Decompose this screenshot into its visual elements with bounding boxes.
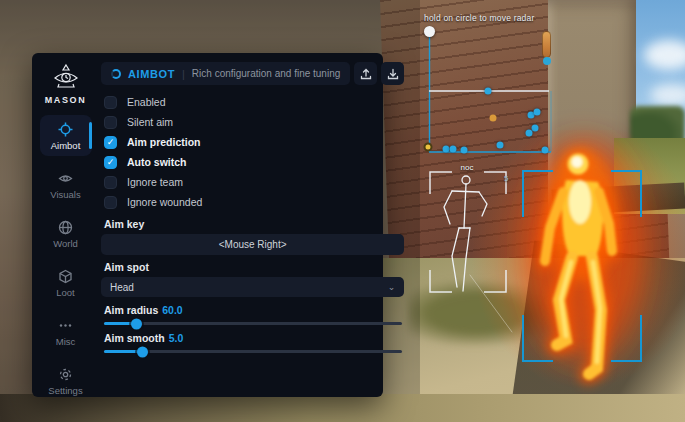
checkbox-ignore-team[interactable]: ✓ Ignore team [104,172,404,192]
aim-spot-label: Aim spot [104,261,404,273]
offscreen-marker-dot [543,57,551,65]
aim-key-bind-button[interactable]: <Mouse Right> [101,234,404,255]
sidebar-item-label: Misc [56,336,76,347]
radar-hint-text: hold on circle to move radar [424,13,535,23]
checkbox-box[interactable]: ✓ [104,156,117,169]
ellipsis-icon [58,318,73,333]
radar-move-handle[interactable] [424,26,435,37]
aim-spot-dropdown[interactable]: Head ⌄ [101,277,404,297]
slider-fill [104,322,137,325]
slider-label-text: Aim smooth [104,332,165,344]
checkbox-enabled[interactable]: ✓ Enabled [104,92,404,112]
ground-strip [0,394,685,422]
loading-ring-icon [111,69,121,79]
page-title: AIMBOT [128,68,175,80]
checkbox-label: Aim prediction [127,136,201,148]
main-content: AIMBOT | Rich configuration and fine tun… [99,53,412,397]
checkbox-label: Ignore wounded [127,196,202,208]
crosshair-icon [58,122,73,137]
game-screen: hold on circle to move radar noc 5 MASON [0,0,685,422]
sidebar-item-label: Aimbot [51,140,81,151]
sidebar-item-world[interactable]: World [40,213,92,254]
aim-smooth-slider-handle[interactable] [137,346,148,357]
sidebar-item-label: World [53,238,78,249]
header-row: AIMBOT | Rich configuration and fine tun… [101,62,404,85]
aim-smooth-label: Aim smooth5.0 [104,332,404,344]
gear-icon [58,367,73,382]
sidebar-item-loot[interactable]: Loot [40,262,92,303]
sidebar-item-visuals[interactable]: Visuals [40,164,92,205]
cheat-menu-panel: MASON Aimbot Visuals [32,53,383,397]
globe-icon [58,220,73,235]
brand: MASON [45,63,87,105]
player-distance-label: 5 [504,174,508,183]
box-icon [58,269,73,284]
player-name-label: noc [450,163,484,172]
checkbox-label: Ignore team [127,176,183,188]
aim-smooth-slider[interactable] [104,350,402,353]
download-icon [387,68,399,80]
page-subtitle: Rich configuration and fine tuning [192,68,340,79]
brand-name: MASON [45,95,87,105]
sidebar-item-misc[interactable]: Misc [40,311,92,352]
sidebar: MASON Aimbot Visuals [32,53,99,397]
sidebar-item-label: Settings [48,385,82,396]
checkbox-ignore-wounded[interactable]: ✓ Ignore wounded [104,192,404,212]
slider-label-text: Aim radius [104,304,158,316]
aim-radius-value: 60.0 [162,304,182,316]
sidebar-item-label: Visuals [50,189,80,200]
export-config-button[interactable] [354,62,377,85]
checkbox-box[interactable]: ✓ [104,116,117,129]
player-glow-light [470,130,685,390]
checkbox-label: Enabled [127,96,166,108]
checkbox-label: Auto switch [127,156,187,168]
mason-logo-icon [51,63,81,93]
checkbox-box[interactable]: ✓ [104,196,117,209]
aim-radius-slider-handle[interactable] [131,318,142,329]
aim-radius-label: Aim radius60.0 [104,304,404,316]
checkbox-auto-switch[interactable]: ✓ Auto switch [104,152,404,172]
slider-fill [104,350,143,353]
eye-icon [58,171,73,186]
checkbox-aim-prediction[interactable]: ✓ Aim prediction [104,132,404,152]
aim-key-label: Aim key [104,218,404,230]
aim-smooth-value: 5.0 [169,332,184,344]
header-separator: | [182,68,185,80]
aim-spot-value: Head [110,282,134,293]
checkbox-box[interactable]: ✓ [104,96,117,109]
header-bar: AIMBOT | Rich configuration and fine tun… [101,62,350,85]
upload-icon [360,68,372,80]
import-config-button[interactable] [381,62,404,85]
checkbox-silent-aim[interactable]: ✓ Silent aim [104,112,404,132]
checkbox-box[interactable]: ✓ [104,176,117,189]
checkbox-label: Silent aim [127,116,173,128]
offscreen-marker-bar [542,31,551,58]
sidebar-item-label: Loot [56,287,75,298]
sidebar-item-aimbot[interactable]: Aimbot [40,115,92,156]
aim-radius-slider[interactable] [104,322,402,325]
sidebar-item-settings[interactable]: Settings [40,360,92,401]
checkbox-box[interactable]: ✓ [104,136,117,149]
chevron-down-icon: ⌄ [388,282,396,292]
